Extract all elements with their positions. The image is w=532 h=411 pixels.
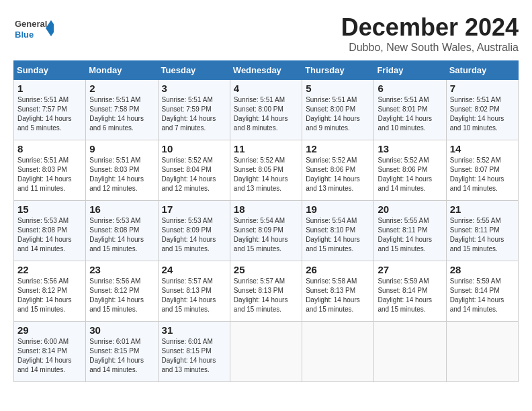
- table-row: 7Sunrise: 5:51 AMSunset: 8:02 PMDaylight…: [446, 80, 518, 140]
- table-row: 5Sunrise: 5:51 AMSunset: 8:00 PMDaylight…: [302, 80, 374, 140]
- table-row: 14Sunrise: 5:52 AMSunset: 8:07 PMDayligh…: [446, 140, 518, 201]
- table-row: [446, 322, 518, 382]
- table-row: 18Sunrise: 5:54 AMSunset: 8:09 PMDayligh…: [230, 201, 302, 261]
- table-row: 10Sunrise: 5:52 AMSunset: 8:04 PMDayligh…: [158, 140, 230, 201]
- calendar-title: December 2024: [341, 13, 519, 42]
- table-row: 23Sunrise: 5:56 AMSunset: 8:12 PMDayligh…: [86, 261, 158, 322]
- table-row: 15Sunrise: 5:53 AMSunset: 8:08 PMDayligh…: [14, 201, 86, 261]
- table-row: 19Sunrise: 5:54 AMSunset: 8:10 PMDayligh…: [302, 201, 374, 261]
- page-header: General Blue December 2024 Dubbo, New So…: [13, 13, 519, 54]
- col-tuesday: Tuesday: [158, 61, 230, 80]
- table-row: 8Sunrise: 5:51 AMSunset: 8:03 PMDaylight…: [14, 140, 86, 201]
- col-saturday: Saturday: [446, 61, 518, 80]
- table-row: 22Sunrise: 5:56 AMSunset: 8:12 PMDayligh…: [14, 261, 86, 322]
- logo: General Blue: [13, 13, 54, 46]
- col-monday: Monday: [86, 61, 158, 80]
- col-thursday: Thursday: [302, 61, 374, 80]
- calendar-subtitle: Dubbo, New South Wales, Australia: [341, 42, 519, 54]
- table-row: 1Sunrise: 5:51 AMSunset: 7:57 PMDaylight…: [14, 80, 86, 140]
- col-friday: Friday: [374, 61, 446, 80]
- table-row: 31Sunrise: 6:01 AMSunset: 8:15 PMDayligh…: [158, 322, 230, 382]
- table-row: 27Sunrise: 5:59 AMSunset: 8:14 PMDayligh…: [374, 261, 446, 322]
- table-row: 25Sunrise: 5:57 AMSunset: 8:13 PMDayligh…: [230, 261, 302, 322]
- calendar-table: Sunday Monday Tuesday Wednesday Thursday…: [13, 60, 519, 382]
- table-row: 2Sunrise: 5:51 AMSunset: 7:58 PMDaylight…: [86, 80, 158, 140]
- table-row: [230, 322, 302, 382]
- table-row: 3Sunrise: 5:51 AMSunset: 7:59 PMDaylight…: [158, 80, 230, 140]
- table-row: 16Sunrise: 5:53 AMSunset: 8:08 PMDayligh…: [86, 201, 158, 261]
- table-row: 24Sunrise: 5:57 AMSunset: 8:13 PMDayligh…: [158, 261, 230, 322]
- svg-text:General: General: [15, 19, 47, 29]
- table-row: 20Sunrise: 5:55 AMSunset: 8:11 PMDayligh…: [374, 201, 446, 261]
- svg-text:Blue: Blue: [15, 30, 34, 40]
- table-row: 21Sunrise: 5:55 AMSunset: 8:11 PMDayligh…: [446, 201, 518, 261]
- table-row: 17Sunrise: 5:53 AMSunset: 8:09 PMDayligh…: [158, 201, 230, 261]
- table-row: 29Sunrise: 6:00 AMSunset: 8:14 PMDayligh…: [14, 322, 86, 382]
- table-row: 30Sunrise: 6:01 AMSunset: 8:15 PMDayligh…: [86, 322, 158, 382]
- table-row: 12Sunrise: 5:52 AMSunset: 8:06 PMDayligh…: [302, 140, 374, 201]
- table-row: 13Sunrise: 5:52 AMSunset: 8:06 PMDayligh…: [374, 140, 446, 201]
- header-row: Sunday Monday Tuesday Wednesday Thursday…: [14, 61, 519, 80]
- table-row: 26Sunrise: 5:58 AMSunset: 8:13 PMDayligh…: [302, 261, 374, 322]
- table-row: [302, 322, 374, 382]
- table-row: 6Sunrise: 5:51 AMSunset: 8:01 PMDaylight…: [374, 80, 446, 140]
- table-row: [374, 322, 446, 382]
- table-row: 9Sunrise: 5:51 AMSunset: 8:03 PMDaylight…: [86, 140, 158, 201]
- table-row: 4Sunrise: 5:51 AMSunset: 8:00 PMDaylight…: [230, 80, 302, 140]
- col-sunday: Sunday: [14, 61, 86, 80]
- title-section: December 2024 Dubbo, New South Wales, Au…: [341, 13, 519, 54]
- col-wednesday: Wednesday: [230, 61, 302, 80]
- table-row: 11Sunrise: 5:52 AMSunset: 8:05 PMDayligh…: [230, 140, 302, 201]
- table-row: 28Sunrise: 5:59 AMSunset: 8:14 PMDayligh…: [446, 261, 518, 322]
